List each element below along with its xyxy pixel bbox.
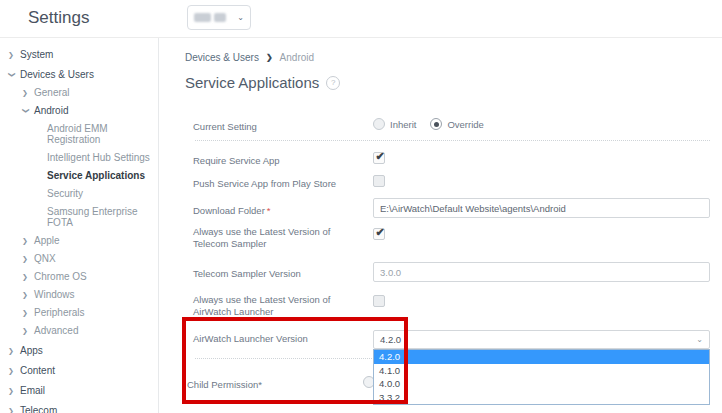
chevron-right-icon: ❯ xyxy=(22,309,30,317)
push-service-app-checkbox[interactable] xyxy=(373,175,385,187)
sidebar-item-email[interactable]: ❯ Email xyxy=(0,382,158,400)
sidebar-item-label: Intelligent Hub Settings xyxy=(47,152,150,163)
chevron-right-icon: ❯ xyxy=(266,53,273,62)
sidebar-item-label: Chrome OS xyxy=(34,271,87,282)
header-divider xyxy=(0,37,722,38)
sidebar-item-label: Email xyxy=(20,385,45,396)
select-value: 4.2.0 xyxy=(380,334,401,345)
current-setting-radio-group: Inherit Override xyxy=(373,118,484,130)
sidebar-item-peripherals[interactable]: ❯ Peripherals xyxy=(0,304,158,322)
sidebar-item-general[interactable]: ❯ General xyxy=(0,84,158,102)
sidebar-item-apple[interactable]: ❯ Apple xyxy=(0,232,158,250)
sidebar-divider xyxy=(158,38,159,413)
chevron-right-icon: ❯ xyxy=(8,407,16,413)
page-header-title: Settings xyxy=(28,8,89,28)
latest-telecom-sampler-checkbox[interactable]: ✔ xyxy=(373,228,385,240)
push-service-app-label: Push Service App from Play Store xyxy=(193,178,368,190)
page-title: Service Applications ? xyxy=(185,74,340,91)
page-title-text: Service Applications xyxy=(185,74,319,91)
chevron-right-icon: ❯ xyxy=(22,255,30,263)
sidebar-item-label: Android xyxy=(34,105,68,116)
require-service-app-checkbox[interactable]: ✔ xyxy=(373,152,385,164)
download-folder-input[interactable] xyxy=(373,198,710,218)
dropdown-option-420[interactable]: 4.2.0 xyxy=(374,350,709,364)
download-folder-label-text: Download Folder xyxy=(193,205,265,216)
sidebar-item-label: Telecom xyxy=(20,405,57,413)
inherit-radio-option[interactable]: Inherit xyxy=(373,118,416,130)
latest-telecom-sampler-label: Always use the Latest Version of Telecom… xyxy=(193,226,368,250)
org-selector-redacted-text xyxy=(194,13,211,22)
inherit-radio[interactable] xyxy=(373,118,385,130)
sidebar-item-windows[interactable]: ❯ Windows xyxy=(0,286,158,304)
dropdown-option-332[interactable]: 3.3.2 xyxy=(374,391,709,405)
launcher-version-dropdown-list: 4.2.0 4.1.0 4.0.0 3.3.2 xyxy=(373,349,710,405)
sidebar-item-security[interactable]: Security xyxy=(0,185,158,203)
row-divider xyxy=(195,140,710,141)
chevron-right-icon: ❯ xyxy=(8,367,16,375)
sidebar-item-label: Windows xyxy=(34,289,75,300)
sidebar-item-system[interactable]: ❯ System xyxy=(0,46,158,64)
sidebar-item-android[interactable]: ❯ Android xyxy=(0,102,158,120)
latest-airwatch-launcher-label: Always use the Latest Version of AirWatc… xyxy=(193,294,368,318)
sidebar-item-label: Security xyxy=(47,188,83,199)
sidebar-item-label: Peripherals xyxy=(34,307,85,318)
dropdown-option-400[interactable]: 4.0.0 xyxy=(374,377,709,391)
settings-nav-sidebar: ❯ System ❯ Devices & Users ❯ General ❯ A… xyxy=(0,44,158,413)
current-setting-label: Current Setting xyxy=(193,121,368,133)
latest-airwatch-launcher-checkbox[interactable] xyxy=(373,295,385,307)
chevron-down-icon: ❯ xyxy=(8,71,16,79)
breadcrumb: Devices & Users ❯ Android xyxy=(185,52,314,63)
org-selector-redacted-text xyxy=(214,13,226,22)
breadcrumb-devices-users[interactable]: Devices & Users xyxy=(185,52,259,63)
organization-group-dropdown[interactable]: ⌄ xyxy=(187,5,251,30)
chevron-right-icon: ❯ xyxy=(8,387,16,395)
dropdown-option-410[interactable]: 4.1.0 xyxy=(374,364,709,378)
chevron-down-icon: ⌄ xyxy=(696,335,703,344)
telecom-sampler-version-input[interactable] xyxy=(373,262,710,282)
sidebar-item-label: Apps xyxy=(20,345,43,356)
override-radio-label: Override xyxy=(447,119,483,130)
chevron-down-icon: ❯ xyxy=(22,107,30,115)
child-permission-label: Child Permission* xyxy=(187,379,377,391)
telecom-sampler-version-label: Telecom Sampler Version xyxy=(193,268,368,280)
breadcrumb-android[interactable]: Android xyxy=(280,52,314,63)
inherit-radio-label: Inherit xyxy=(390,119,416,130)
chevron-right-icon: ❯ xyxy=(8,347,16,355)
sidebar-item-content[interactable]: ❯ Content xyxy=(0,362,158,380)
sidebar-item-service-applications[interactable]: Service Applications xyxy=(0,167,158,185)
sidebar-item-label: System xyxy=(20,49,53,60)
chevron-right-icon: ❯ xyxy=(22,237,30,245)
sidebar-item-label: Service Applications xyxy=(47,170,145,181)
sidebar-item-label: General xyxy=(34,87,70,98)
required-asterisk: * xyxy=(267,205,271,216)
chevron-right-icon: ❯ xyxy=(22,89,30,97)
check-icon: ✔ xyxy=(375,150,384,162)
sidebar-item-intelligent-hub-settings[interactable]: Intelligent Hub Settings xyxy=(0,149,158,167)
chevron-right-icon: ❯ xyxy=(22,273,30,281)
sidebar-item-android-emm-registration[interactable]: Android EMM Registration xyxy=(0,120,158,149)
chevron-right-icon: ❯ xyxy=(22,291,30,299)
airwatch-launcher-version-label: AirWatch Launcher Version xyxy=(193,333,368,345)
chevron-right-icon: ❯ xyxy=(8,51,16,59)
sidebar-item-samsung-enterprise-fota[interactable]: Samsung Enterprise FOTA xyxy=(0,203,158,232)
help-icon[interactable]: ? xyxy=(326,76,340,90)
sidebar-item-label: Samsung Enterprise FOTA xyxy=(47,206,158,228)
sidebar-item-telecom[interactable]: ❯ Telecom xyxy=(0,402,158,413)
sidebar-item-chrome-os[interactable]: ❯ Chrome OS xyxy=(0,268,158,286)
chevron-right-icon: ❯ xyxy=(22,327,30,335)
sidebar-item-label: Android EMM Registration xyxy=(47,123,158,145)
sidebar-item-label: Content xyxy=(20,365,55,376)
override-radio-option[interactable]: Override xyxy=(430,118,483,130)
chevron-down-icon: ⌄ xyxy=(237,14,244,22)
sidebar-item-advanced[interactable]: ❯ Advanced xyxy=(0,322,158,340)
override-radio[interactable] xyxy=(430,118,442,130)
sidebar-item-devices-users[interactable]: ❯ Devices & Users xyxy=(0,66,158,84)
check-icon: ✔ xyxy=(375,226,384,238)
airwatch-launcher-version-select[interactable]: 4.2.0 ⌄ xyxy=(373,330,710,349)
require-service-app-label: Require Service App xyxy=(193,155,368,167)
sidebar-item-label: QNX xyxy=(34,253,56,264)
sidebar-item-label: Devices & Users xyxy=(20,69,94,80)
sidebar-item-apps[interactable]: ❯ Apps xyxy=(0,342,158,360)
sidebar-item-label: Advanced xyxy=(34,325,78,336)
sidebar-item-qnx[interactable]: ❯ QNX xyxy=(0,250,158,268)
